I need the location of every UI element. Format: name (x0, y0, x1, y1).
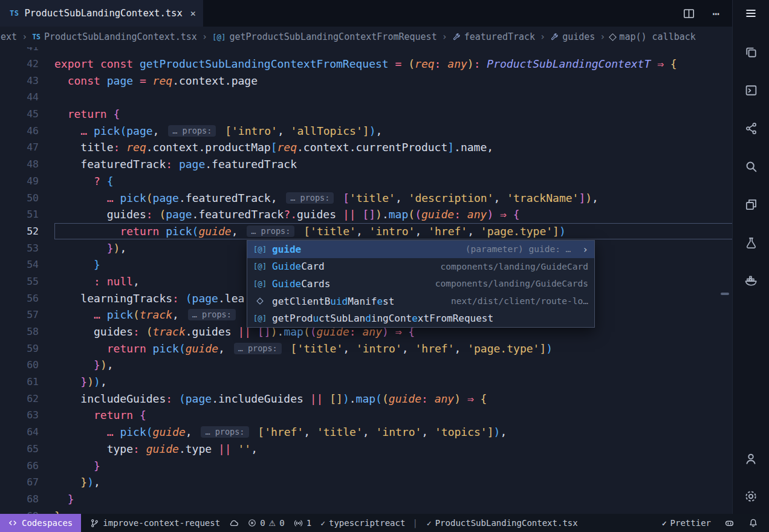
code-line[interactable]: 51 guides: (page.featuredTrack?.guides |… (0, 206, 733, 223)
typescript-file-icon: TS (32, 33, 41, 41)
branch-icon (90, 519, 99, 528)
suggestion-item[interactable]: [@]GuideCardscomponents/landing/GuideCar… (247, 275, 594, 293)
suggestion-item[interactable]: [@]getProductSubLandingContextFromReques… (247, 310, 594, 327)
code-line[interactable]: 59 return pick(guide, … props: ['title',… (0, 340, 733, 357)
docker-whale-icon[interactable] (743, 273, 759, 288)
code-line[interactable]: 46 … pick(page, … props: ['intro', 'allT… (0, 122, 733, 139)
inlay-hint-props: … props: (168, 125, 216, 137)
code-line[interactable]: 63 return { (0, 407, 733, 424)
code-line[interactable]: 50 … pick(page.featuredTrack, … props: [… (0, 189, 733, 206)
code-line[interactable]: 48 featuredTrack: page.featuredTrack (0, 156, 733, 173)
suggestion-item[interactable]: [@]guide(parameter) guide: …› (247, 241, 594, 258)
code-line[interactable]: 66 } (0, 457, 733, 474)
suggestion-label: GuideCard (272, 261, 325, 272)
code-text: const page = req.context.page (54, 72, 733, 89)
branch-indicator[interactable]: improve-context-request (90, 518, 220, 528)
breadcrumb-item-map-callback[interactable]: map() callback (610, 31, 695, 42)
code-line[interactable]: 49 ? { (0, 173, 733, 190)
line-number: 55 (0, 276, 54, 287)
code-text: return pick(guide, … props: ['title', 'i… (54, 340, 733, 357)
line-number: 59 (0, 343, 54, 354)
tab-close-icon[interactable]: ✕ (188, 7, 198, 20)
code-line[interactable]: 52 return pick(guide, … props: ['title',… (0, 223, 733, 240)
code-line[interactable]: 69} (0, 507, 733, 514)
code-text: })), (54, 374, 733, 391)
active-file-indicator[interactable]: ✓ ProductSubLandingContext.tsx (427, 518, 578, 528)
line-number: 62 (0, 393, 54, 404)
line-number: 67 (0, 476, 54, 488)
suggestion-label: guide (272, 244, 301, 255)
module-icon (253, 299, 267, 303)
line-number: 65 (0, 443, 54, 455)
tab-productsublandingcontext[interactable]: TS ProductSubLandingContext.tsx ✕ (0, 0, 203, 27)
beaker-icon[interactable] (743, 235, 759, 250)
code-text: featuredTrack: page.featuredTrack (54, 156, 733, 173)
suggestion-detail: components/landing/GuideCards (435, 279, 588, 288)
code-line[interactable]: 41 (0, 47, 733, 56)
code-line[interactable]: 68 } (0, 491, 733, 508)
problems-indicator[interactable]: 0 ⚠ 0 (248, 518, 285, 528)
language-mode-indicator[interactable]: ✓ typescriptreact (320, 518, 405, 528)
scrollbar-thumb[interactable] (721, 293, 729, 295)
breadcrumb-separator: › (202, 31, 207, 42)
terminal-panel-icon[interactable] (743, 82, 759, 98)
wrench-icon (550, 33, 559, 41)
suggestion-item[interactable]: getClientBuidManifestnext/dist/client/ro… (247, 293, 594, 310)
account-icon[interactable] (743, 451, 759, 467)
code-line[interactable]: 64 … pick(guide, … props: ['href', 'titl… (0, 424, 733, 441)
bell-icon[interactable] (747, 517, 759, 529)
code-text: }), (54, 474, 733, 491)
code-text: includeGuides: (page.includeGuides || []… (54, 390, 733, 407)
copilot-icon[interactable] (723, 517, 735, 529)
code-line[interactable]: 67 }), (0, 474, 733, 491)
parameter-icon: [@] (253, 279, 267, 288)
status-bar-right: ✓✓ Prettier (662, 517, 769, 529)
split-editor-icon[interactable] (681, 5, 697, 21)
code-text (54, 47, 733, 56)
copy-files-icon[interactable] (743, 44, 759, 60)
source-control-graph-icon[interactable] (743, 120, 759, 136)
line-number: 68 (0, 493, 54, 505)
inlay-hint-props: … props: (234, 343, 282, 354)
formatter-indicator[interactable]: ✓✓ Prettier (662, 518, 711, 528)
breadcrumb-item-function[interactable]: [@] getProductSubLandingContextFromReque… (212, 31, 437, 42)
breadcrumb-item-folder[interactable]: text (0, 31, 17, 42)
extensions-icon[interactable] (743, 196, 759, 212)
code-text: … pick(page, … props: ['intro', 'allTopi… (54, 122, 733, 139)
code-line[interactable]: 60 }), (0, 357, 733, 374)
remote-indicator-codespaces[interactable]: Codespaces (0, 514, 81, 532)
ports-indicator[interactable]: 1 (294, 518, 311, 528)
code-line[interactable]: 65 type: guide.type || '', (0, 441, 733, 458)
code-line[interactable]: 61 })), (0, 374, 733, 391)
titlebar: TS ProductSubLandingContext.tsx ✕ ⋯ (0, 0, 733, 27)
breadcrumb-item-featuredtrack[interactable]: featuredTrack (452, 31, 535, 42)
code-line[interactable]: 47 title: req.context.productMap[req.con… (0, 139, 733, 156)
inlay-hint-props: … props: (188, 309, 236, 320)
code-line[interactable]: 44 (0, 89, 733, 106)
chevron-right-icon[interactable]: › (582, 244, 588, 255)
more-actions-icon[interactable]: ⋯ (713, 8, 719, 19)
suggestion-label: getClientBuidManifest (272, 296, 394, 307)
breadcrumb-item-file[interactable]: TS ProductSubLandingContext.tsx (32, 31, 197, 42)
suggestion-item[interactable]: [@]GuideCardcomponents/landing/GuideCard (247, 258, 594, 276)
warnings-icon: ⚠ (269, 519, 276, 528)
inlay-hint-props: … props: (201, 426, 248, 438)
errors-icon (248, 519, 256, 527)
inlay-hint-props: … props: (286, 192, 334, 204)
search-icon[interactable] (743, 158, 759, 174)
code-line[interactable]: 62 includeGuides: (page.includeGuides ||… (0, 390, 733, 407)
code-text: return { (54, 106, 733, 123)
cloud-icon (229, 518, 239, 528)
code-text: } (54, 457, 733, 474)
line-number: 49 (0, 175, 54, 187)
breadcrumb-separator: › (600, 31, 605, 42)
menu-icon[interactable] (743, 5, 759, 21)
settings-gear-icon[interactable] (743, 488, 759, 504)
sync-indicator[interactable] (229, 518, 239, 528)
code-line[interactable]: 42export const getProductSubLandingConte… (0, 56, 733, 73)
breadcrumb-item-guides[interactable]: guides (550, 31, 595, 42)
code-line[interactable]: 45 return { (0, 106, 733, 123)
line-number: 58 (0, 326, 54, 337)
code-line[interactable]: 43 const page = req.context.page (0, 72, 733, 89)
line-number: 44 (0, 91, 54, 103)
